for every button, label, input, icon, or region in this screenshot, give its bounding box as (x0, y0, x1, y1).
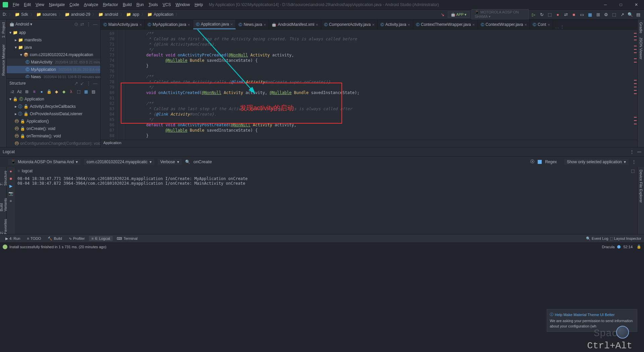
lock-icon[interactable]: 🔒 (637, 245, 641, 249)
menu-refactor[interactable]: Refactor (101, 2, 120, 8)
logcat-settings-icon[interactable]: ⋮ (630, 149, 634, 154)
close-tab-icon[interactable]: × (264, 22, 266, 27)
sdk-manager-icon[interactable]: ▦ (587, 11, 593, 17)
tab-myapplication-java[interactable]: ⒸMyApplication.java× (145, 20, 193, 29)
minimize-button[interactable]: ─ (598, 0, 613, 9)
resource-manager-tab[interactable]: Resource Manager (1, 44, 5, 76)
menu-run[interactable]: Run (135, 2, 146, 8)
structure-tab[interactable]: 7: Structure (0, 170, 7, 186)
tool-6-logcat[interactable]: ≡6: Logcat (89, 236, 113, 241)
regex-checkbox[interactable] (538, 160, 542, 164)
record-icon[interactable]: ● (9, 169, 12, 174)
logcat-search-input[interactable] (194, 159, 261, 164)
tabs-overflow-icon[interactable]: … ⋮ (553, 25, 566, 29)
menu-build[interactable]: Build (121, 2, 134, 8)
layout-inspector-button[interactable]: ⬚ Layout Inspector (610, 236, 641, 241)
menu-edit[interactable]: Edit (22, 2, 33, 8)
tab-componentactivity-java[interactable]: ⒸComponentActivity.java× (321, 20, 378, 29)
menu-code[interactable]: Code (67, 2, 81, 8)
restart-icon[interactable]: ▶ (9, 184, 12, 188)
logcat-tag[interactable]: logcat (22, 169, 33, 173)
logcat-more-icon[interactable]: ⋮ (632, 160, 636, 164)
close-tab-icon[interactable]: × (547, 22, 550, 27)
tool2-icon[interactable]: ⬚ (611, 11, 617, 17)
logcat-hide-icon[interactable]: — (637, 149, 641, 154)
build-variants-tab[interactable]: Build Variants (0, 192, 7, 211)
tool-terminal[interactable]: ⌨Terminal (114, 236, 140, 241)
logcat-filter-selector[interactable]: Show only selected application ▾ (564, 159, 629, 165)
event-log-button[interactable]: 🔍 Event Log (586, 236, 608, 241)
tab-contextwrapper-java[interactable]: ⒸContextWrapper.java× (478, 20, 530, 29)
breadcrumb[interactable]: D:〉📁Sdk〉📁sources〉📁android-29〉📁android〉📁a… (3, 12, 180, 17)
stop-icon[interactable]: ↘ (440, 11, 446, 17)
logcat-process-selector[interactable]: com.c201801020224.myapplicatic ▾ (84, 159, 154, 165)
collapse-icon[interactable]: ⇄ (80, 21, 84, 27)
clear-search-icon[interactable]: ⓧ (530, 159, 534, 165)
project-mode-selector[interactable]: 🤖 Android ▾ (9, 22, 32, 27)
error-stripe[interactable] (633, 30, 637, 140)
tool-build[interactable]: 🔨Build (45, 236, 64, 241)
apply-changes-icon[interactable]: ↻ (539, 11, 545, 17)
tool3-icon[interactable]: ↗ (619, 11, 625, 17)
fold-gutter[interactable] (117, 30, 124, 140)
close-tab-icon[interactable]: × (372, 22, 375, 27)
collapse2-icon[interactable]: ↙ (80, 81, 84, 86)
menu-file[interactable]: File (11, 2, 21, 8)
tab-activity-java[interactable]: ⒸActivity.java× (378, 20, 413, 29)
maximize-button[interactable]: □ (613, 0, 629, 9)
favorites-tab[interactable]: 2: Favorites (0, 218, 7, 234)
tab-application-java[interactable]: ⒸApplication.java× (193, 20, 236, 29)
tool-todo[interactable]: ≡TODO (24, 236, 44, 241)
logcat-level-selector[interactable]: Verbose ▾ (158, 159, 182, 165)
gradle-tab[interactable]: Gradle (639, 22, 643, 33)
close-tab-icon[interactable]: × (187, 22, 190, 27)
menu-vcs[interactable]: VCS (161, 2, 173, 8)
tool-icon[interactable]: ⚙ (603, 11, 609, 17)
more2-icon[interactable]: » (10, 199, 12, 203)
theme-indicator[interactable]: Dracula (602, 245, 615, 249)
tool-4-run[interactable]: ▶4: Run (3, 236, 23, 241)
tree-item-news[interactable]: ⒸNews2020/8/4 16:11, 139 B 22 minutes ag… (7, 73, 100, 78)
logcat-device-selector[interactable]: 📱 Motorola AOSP On Shama And ▾ (8, 159, 80, 165)
close-button[interactable]: ✕ (629, 0, 644, 9)
project-tool-tab[interactable]: 1: Project (1, 22, 5, 38)
tab-cont[interactable]: ⒸCont× (530, 20, 553, 29)
sync-icon[interactable]: ⊞ (595, 11, 601, 17)
hide-icon[interactable]: — (93, 21, 98, 27)
tool4-icon[interactable]: ▤ (635, 11, 641, 17)
menu-view[interactable]: View (34, 2, 46, 8)
debug-icon[interactable]: ⬚ (547, 11, 553, 17)
device-explorer-tab[interactable]: Device File Explorer (639, 170, 643, 203)
code-editor[interactable]: 6970717273747576777879808182838485868788… (101, 30, 637, 140)
expand-icon[interactable]: ↗ (74, 81, 78, 86)
target-icon[interactable]: ⊙ (74, 21, 78, 27)
close-tab-icon[interactable]: × (408, 22, 410, 27)
menu-navigate[interactable]: Navigate (47, 2, 67, 8)
tab-news-java[interactable]: ⒸNews.java× (236, 20, 269, 29)
close-tab-icon[interactable]: × (524, 22, 527, 27)
settings2-icon[interactable]: ⋮ (86, 81, 91, 86)
tab-androidmanifest-xml[interactable]: 🤖AndroidManifest.xml× (269, 20, 321, 29)
wrap-icon[interactable]: ⬚ (631, 169, 635, 173)
avd-manager-icon[interactable]: ▭ (579, 11, 585, 17)
stop-button-icon[interactable]: ■ (571, 11, 577, 17)
run-config-selector[interactable]: 🤖 APP ▾ (448, 11, 470, 18)
stop2-icon[interactable]: ■ (9, 176, 12, 181)
tree-item-myapplication[interactable]: ⒸMyApplication2020/8/4 18:35, 293 B A mi… (7, 66, 100, 73)
menu-tools[interactable]: Tools (147, 2, 160, 8)
tool-profiler[interactable]: ∿Profiler (66, 236, 88, 241)
settings-icon[interactable]: ⋮ (86, 21, 91, 27)
profile-icon[interactable]: ● (555, 11, 561, 17)
project-tree[interactable]: ▾📁app ▸📁manifests ▾📁java ▾📦com.c20180102… (7, 29, 100, 78)
close-tab-icon[interactable]: × (230, 22, 233, 27)
close-tab-icon[interactable]: × (472, 22, 475, 27)
editor-breadcrumb[interactable]: Application (101, 140, 637, 147)
camera-icon[interactable]: 📷 (8, 191, 13, 196)
tab-contextthemewrapper-java[interactable]: ⒸContextThemeWrapper.java× (413, 20, 478, 29)
search-icon[interactable]: 🔍 (627, 11, 633, 17)
device-selector[interactable]: 📱 MOTOROLA AOSP ON SHAMA ▾ (472, 9, 529, 20)
logcat-output[interactable]: 08-04 18:38:47.771 3964-3964/com.c201801… (15, 175, 637, 234)
menu-window[interactable]: Window (173, 2, 192, 8)
menu-help[interactable]: Help (193, 2, 205, 8)
json-viewer-tab[interactable]: JSON Viewer (639, 37, 643, 59)
